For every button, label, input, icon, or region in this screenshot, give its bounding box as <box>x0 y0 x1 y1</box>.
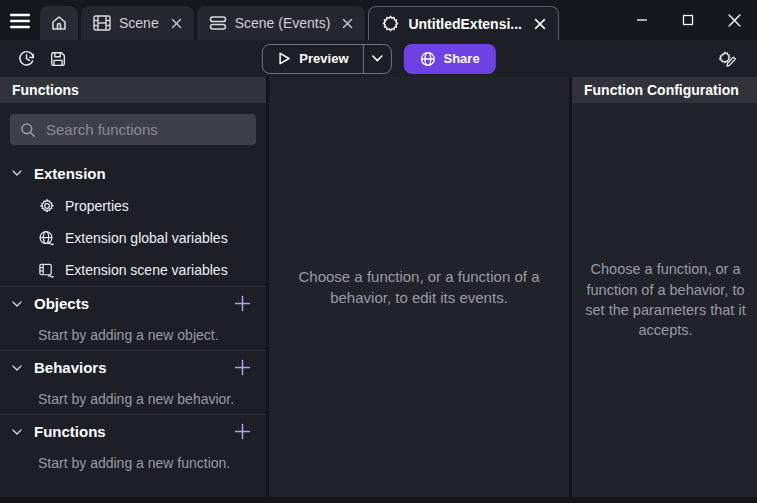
chevron-down-icon <box>12 170 24 176</box>
film-icon <box>93 15 111 31</box>
function-configuration-body: Choose a function, or a function of a be… <box>572 103 757 497</box>
tab-label: Scene (Events) <box>235 15 331 31</box>
section-extension[interactable]: Extension <box>0 156 266 190</box>
globe-icon <box>420 51 436 67</box>
history-icon <box>17 49 36 68</box>
events-sheet-icon <box>209 15 227 31</box>
preview-button[interactable]: Preview <box>262 45 362 73</box>
scene-variable-icon <box>38 262 55 279</box>
hamburger-icon <box>10 13 30 29</box>
main-menu-button[interactable] <box>0 4 40 38</box>
close-button[interactable] <box>711 0 757 40</box>
function-configuration-header: Function Configuration <box>572 77 757 103</box>
add-behavior-button[interactable] <box>230 356 254 380</box>
search-icon <box>20 122 36 138</box>
section-title: Behaviors <box>34 359 107 376</box>
play-icon <box>276 51 291 66</box>
tree-item-label: Extension scene variables <box>65 262 228 278</box>
gear-icon <box>38 198 55 214</box>
panel-title: Functions <box>12 82 79 98</box>
home-icon <box>50 14 68 32</box>
tab-scene-events[interactable]: Scene (Events) <box>197 6 366 40</box>
tab-scene[interactable]: Scene <box>81 6 194 40</box>
section-title: Extension <box>34 165 106 182</box>
functions-tree: Extension Properties <box>0 156 266 497</box>
section-behaviors[interactable]: Behaviors <box>0 350 266 384</box>
maximize-button[interactable] <box>665 0 711 40</box>
events-placeholder-message: Choose a function, or a function of a be… <box>269 266 569 308</box>
chevron-down-icon <box>372 55 383 62</box>
tab-label: Scene <box>119 15 159 31</box>
history-button[interactable] <box>12 45 40 73</box>
configuration-placeholder-message: Choose a function, or a function of a be… <box>582 259 750 340</box>
preview-label: Preview <box>299 51 348 66</box>
globe-variable-icon <box>38 230 55 247</box>
add-object-button[interactable] <box>230 292 254 316</box>
section-objects[interactable]: Objects <box>0 286 266 320</box>
events-editor-panel: Choose a function, or a function of a be… <box>269 77 569 497</box>
preview-options-button[interactable] <box>363 45 391 73</box>
function-configuration-panel: Function Configuration Choose a function… <box>572 77 757 497</box>
search-functions-input[interactable] <box>46 121 246 138</box>
section-functions[interactable]: Functions <box>0 414 266 448</box>
tab-close-button[interactable] <box>342 18 353 29</box>
tab-close-button[interactable] <box>171 18 182 29</box>
tree-item-scene-variables[interactable]: Extension scene variables <box>0 254 266 286</box>
tab-close-button[interactable] <box>534 18 546 30</box>
tab-untitled-extension[interactable]: UntitledExtensi... <box>368 6 559 40</box>
window-controls <box>619 0 757 40</box>
minimize-button[interactable] <box>619 0 665 40</box>
titlebar: Scene Scene (Events) <box>0 0 757 40</box>
toolbar: Preview Share <box>0 40 757 77</box>
behaviors-empty-text: Start by adding a new behavior. <box>0 384 266 414</box>
section-title: Objects <box>34 295 89 312</box>
preview-split-button: Preview <box>261 44 391 74</box>
tree-item-properties[interactable]: Properties <box>0 190 266 222</box>
edit-extension-icon <box>717 49 737 68</box>
tree-item-label: Properties <box>65 198 129 214</box>
panel-title: Function Configuration <box>584 82 739 98</box>
chevron-down-icon <box>12 429 24 435</box>
tab-home[interactable] <box>40 6 78 40</box>
functions-empty-text: Start by adding a new function. <box>0 448 266 478</box>
tree-item-global-variables[interactable]: Extension global variables <box>0 222 266 254</box>
gdevelop-extension-editor-window: Scene Scene (Events) <box>0 0 757 503</box>
tab-label: UntitledExtensi... <box>408 16 522 32</box>
chevron-down-icon <box>12 301 24 307</box>
edit-extension-button[interactable] <box>713 45 741 73</box>
save-button[interactable] <box>44 45 72 73</box>
search-box[interactable] <box>10 114 256 145</box>
functions-panel-header: Functions <box>0 77 266 103</box>
save-icon <box>49 50 67 68</box>
objects-empty-text: Start by adding a new object. <box>0 320 266 350</box>
main-area: Functions Extension <box>0 77 757 503</box>
extension-icon <box>381 14 400 33</box>
add-function-button[interactable] <box>230 420 254 444</box>
functions-list-panel: Functions Extension <box>0 77 266 497</box>
section-title: Functions <box>34 423 106 440</box>
share-label: Share <box>444 51 480 66</box>
tree-item-label: Extension global variables <box>65 230 228 246</box>
chevron-down-icon <box>12 365 24 371</box>
search-area <box>0 103 266 156</box>
share-button[interactable]: Share <box>404 44 496 74</box>
